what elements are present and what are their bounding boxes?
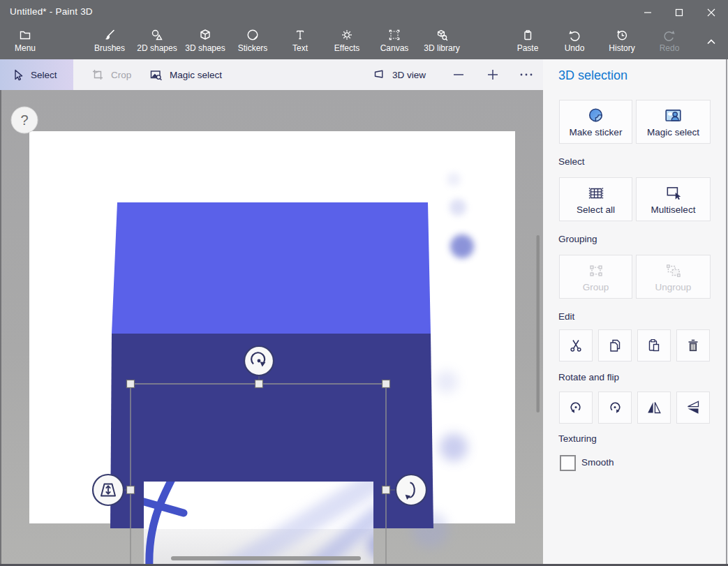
multiselect-button[interactable]: Multiselect [636,177,711,221]
cursor-arrow-icon [10,68,24,82]
menu-button[interactable]: Menu [1,24,50,59]
clipboard-icon [521,28,535,42]
handle-mid-left[interactable] [127,486,135,494]
make-sticker-button[interactable]: Make sticker [559,100,632,144]
handle-top-center[interactable] [255,380,263,388]
paste-button[interactable]: Paste [503,24,552,59]
select-tool-button[interactable]: Select [0,59,73,90]
select-all-label: Select all [577,204,615,215]
history-button[interactable]: History [597,24,646,59]
section-texturing: Texturing [558,433,597,444]
zoom-out-button[interactable] [445,59,473,90]
crop-icon [91,68,105,82]
3d-view-label: 3D view [392,70,426,80]
flip-horizontal-icon [646,399,662,416]
paste-panel-icon [646,337,662,354]
3d-scene: ? [0,90,543,566]
smooth-label: Smooth [581,457,614,468]
flip-vertical-button[interactable] [676,392,710,424]
rotate-ccw-icon [567,399,584,416]
make-sticker-label: Make sticker [570,127,623,137]
section-grouping: Grouping [558,234,597,244]
sticker-icon [246,28,260,42]
redo-arrow-icon [662,28,676,42]
2d-shapes-icon [150,28,164,42]
close-icon [707,8,715,17]
2d-shapes-button[interactable]: 2D shapes [133,24,181,59]
sun-icon [340,28,354,42]
plus-icon [486,68,500,82]
canvas-button[interactable]: Canvas [370,24,419,59]
delete-button[interactable] [676,329,710,362]
rotate-cw-icon [607,399,623,416]
window-title: Untitled* - Paint 3D [10,6,93,17]
handle-top-left[interactable] [127,380,135,388]
3d-view-button[interactable]: 3D view [372,59,426,90]
maximize-button[interactable] [663,0,694,24]
undo-arrow-icon [567,28,581,42]
text-button[interactable]: Text [276,24,325,59]
stickers-button[interactable]: Stickers [228,24,277,59]
paste-panel-button[interactable] [637,329,671,362]
handle-mid-right[interactable] [382,486,390,494]
depth-handle[interactable] [93,475,124,505]
magic-select-button[interactable]: Magic select [636,100,711,144]
ungroup-button: Ungroup [636,255,711,299]
help-label: ? [20,112,28,128]
flip-horizontal-button[interactable] [637,392,671,424]
rotate-left-button[interactable] [559,392,593,424]
minimize-icon [644,8,652,17]
brushes-button[interactable]: Brushes [85,24,134,59]
group-icon [587,262,605,280]
smooth-checkbox[interactable] [560,455,576,471]
handle-top-right[interactable] [382,380,390,388]
3d-cube-icon [198,28,212,42]
rotate-y-handle[interactable] [396,475,426,505]
horizontal-scrollbar[interactable] [171,556,361,560]
ellipsis-icon [518,68,535,82]
rotate-z-handle[interactable] [244,346,274,375]
group-label: Group [583,282,609,292]
crop-tool-button: Crop [91,59,131,90]
magic-select-tool-label: Magic select [170,70,222,80]
more-options-button[interactable] [512,59,540,90]
effects-button[interactable]: Effects [322,24,371,59]
select-all-button[interactable]: Select all [559,177,632,221]
ungroup-icon [664,262,683,280]
section-rotate-flip: Rotate and flip [558,372,619,382]
make-sticker-icon [587,107,605,125]
titlebar: Untitled* - Paint 3D [0,0,728,24]
copy-button[interactable] [598,329,632,362]
cut-button[interactable] [559,329,593,362]
vertical-scrollbar[interactable] [537,235,540,412]
cube-search-icon [435,28,449,42]
crop-tool-label: Crop [111,70,131,80]
collapse-ribbon-button[interactable] [700,24,722,59]
chevron-up-icon [704,35,718,49]
maximize-icon [675,8,683,17]
multiselect-icon [664,184,683,202]
object-top-face[interactable] [112,202,431,334]
front-picture [142,478,395,566]
trash-icon [685,337,701,354]
rotate-right-button[interactable] [598,392,632,424]
help-button[interactable]: ? [11,107,38,133]
menu-folder-icon [18,28,32,42]
zoom-in-button[interactable] [479,59,507,90]
panel-scrollbar[interactable] [726,59,727,566]
canvas-frame-icon [387,28,401,42]
magic-select-tool-button[interactable]: Magic select [149,59,222,90]
history-clock-icon [615,28,629,42]
3d-library-button[interactable]: 3D library [417,24,466,59]
section-select: Select [558,156,585,167]
redo-button: Redo [645,24,694,59]
minimize-button[interactable] [632,0,663,24]
copy-icon [607,337,623,354]
undo-button[interactable]: Undo [550,24,599,59]
3d-shapes-button[interactable]: 3D shapes [181,24,230,59]
magic-select-panel-icon [664,107,683,125]
magic-select-label: Magic select [647,127,699,137]
selection-toolbar: Select Crop Magic select 3D view [0,59,543,90]
text-icon [293,28,307,42]
close-button[interactable] [694,0,728,24]
